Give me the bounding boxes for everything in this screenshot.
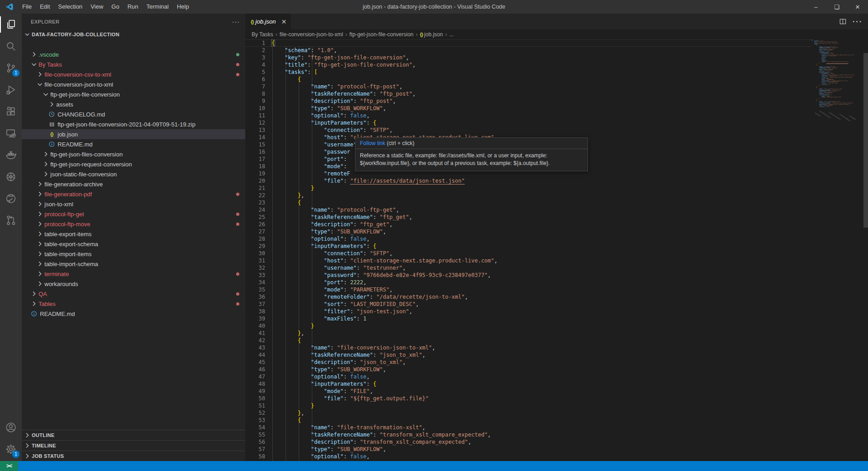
code-line[interactable]: 11 "optional": false, <box>245 112 811 119</box>
tree-item[interactable]: ftp-get-json-request-conversion <box>22 159 245 169</box>
menu-help[interactable]: Help <box>173 0 193 14</box>
activity-docker-icon[interactable] <box>0 144 22 166</box>
code-line[interactable]: 21 } <box>245 185 811 192</box>
tree-item[interactable]: {}job.json <box>22 129 245 139</box>
code-line[interactable]: 1{ <box>245 39 811 47</box>
breadcrumb-item[interactable]: job.json <box>424 31 443 38</box>
restore-button[interactable]: ❏ <box>826 0 847 14</box>
tree-item[interactable]: json-static-file-conversion <box>22 169 245 179</box>
tree-item[interactable]: ftp-get-json-file-conversion-2021-04-09T… <box>22 119 245 129</box>
panel-timeline[interactable]: TIMELINE <box>22 440 245 451</box>
tree-item[interactable]: README.md <box>22 309 245 319</box>
code-line[interactable]: 5 "tasks": [ <box>245 68 811 76</box>
follow-link[interactable]: Follow link <box>360 140 385 146</box>
tree-item[interactable]: file-conversion-json-to-xml <box>22 79 245 89</box>
tree-item[interactable]: json-to-xml <box>22 199 245 209</box>
code-line[interactable]: 58 "optional": false, <box>245 453 811 460</box>
tree-item[interactable]: protocol-ftp-move <box>22 219 245 229</box>
close-button[interactable]: ✕ <box>847 0 868 14</box>
breadcrumb-item[interactable]: ... <box>449 31 454 38</box>
code-line[interactable]: 2 "schema": "1.0", <box>245 47 811 54</box>
code-line[interactable]: 42 { <box>245 337 811 344</box>
tree-item[interactable]: .vscode <box>22 49 245 59</box>
code-line[interactable]: 13 "connection": "SFTP", <box>245 126 811 134</box>
tree-item[interactable]: table-export-items <box>22 229 245 239</box>
tree-item[interactable]: Tables <box>22 299 245 309</box>
activity-account-icon[interactable] <box>0 417 22 438</box>
code-line[interactable]: 29 "inputParameters": { <box>245 243 811 250</box>
code-line[interactable]: 33 "password": "9766debd-e82e-4f95-93c9-… <box>245 272 811 279</box>
menu-run[interactable]: Run <box>123 0 142 14</box>
tab-job-json[interactable]: {} job.json ✕ <box>245 14 291 29</box>
code-line[interactable]: 45 "description": "json_to_xml", <box>245 359 811 366</box>
tree-item[interactable]: README.md <box>22 139 245 149</box>
minimap[interactable]: { "schema": "1.0", "key": "ftp-get-json-… <box>811 39 863 461</box>
activity-search-icon[interactable] <box>0 35 22 57</box>
tree-item[interactable]: file-generation-archive <box>22 179 245 189</box>
activity-pull-requests-icon[interactable] <box>0 209 22 231</box>
editor-more-actions-icon[interactable]: ··· <box>853 18 863 26</box>
code-line[interactable]: 50 "file": "${ftp_get.output.file}" <box>245 395 811 402</box>
activity-settings-gear-icon[interactable]: 1 <box>0 438 22 460</box>
tree-item[interactable]: CHANGELOG.md <box>22 109 245 119</box>
menu-terminal[interactable]: Terminal <box>142 0 173 14</box>
menu-view[interactable]: View <box>87 0 107 14</box>
code-line[interactable]: 24 "name": "protocol-ftp-get", <box>245 206 811 214</box>
tree-item[interactable]: terminate <box>22 269 245 279</box>
menu-file[interactable]: File <box>18 0 36 14</box>
activity-explorer-icon[interactable] <box>0 14 22 35</box>
code-line[interactable]: 9 "description": "ftp_post", <box>245 97 811 105</box>
editor-scrollbar[interactable] <box>863 39 868 461</box>
code-line[interactable]: 3 "key": "ftp-get-json-file-conversion", <box>245 54 811 61</box>
tree-item[interactable]: table-import-schema <box>22 259 245 269</box>
code-line[interactable]: 48 "inputParameters": { <box>245 380 811 388</box>
tree-item[interactable]: file-generation-pdf <box>22 189 245 199</box>
code-line[interactable]: 47 "optional": false, <box>245 373 811 380</box>
code-line[interactable]: 41 }, <box>245 330 811 337</box>
activity-kubernetes-icon[interactable] <box>0 166 22 188</box>
code-line[interactable]: 35 "mode": "PARAMETERS", <box>245 286 811 293</box>
tree-item[interactable]: table-export-schema <box>22 239 245 249</box>
code-line[interactable]: 27 "type": "SUB_WORKFLOW", <box>245 228 811 235</box>
code-line[interactable]: 34 "port": 2222, <box>245 279 811 286</box>
tree-item[interactable]: QA <box>22 289 245 299</box>
code-line[interactable]: 49 "mode": "FILE", <box>245 388 811 395</box>
breadcrumb-item[interactable]: file-conversion-json-to-xml <box>280 31 343 38</box>
code-line[interactable]: 44 "taskReferenceName": "json_to_xml", <box>245 351 811 359</box>
code-line[interactable]: 37 "sort": "LAST_MODIFIED_DESC", <box>245 301 811 308</box>
activity-source-control-icon[interactable]: 1 <box>0 57 22 79</box>
workspace-section-header[interactable]: DATA-FACTORY-JOB-COLLECTION <box>22 29 245 39</box>
activity-remote-explorer-icon[interactable] <box>0 122 22 144</box>
tab-close-icon[interactable]: ✕ <box>281 18 286 25</box>
code-line[interactable]: 40 } <box>245 322 811 330</box>
tree-item[interactable]: ftp-get-json-file-conversion <box>22 89 245 99</box>
code-line[interactable]: 57 "type": "SUB_WORKFLOW", <box>245 446 811 453</box>
code-line[interactable]: 38 "filter": "json-test.json", <box>245 308 811 315</box>
code-line[interactable]: 23 { <box>245 199 811 206</box>
code-line[interactable]: 7 "name": "protocol-ftp-post", <box>245 83 811 90</box>
code-line[interactable]: 4 "title": "ftp-get-json-file-conversion… <box>245 61 811 68</box>
minimize-button[interactable]: – <box>805 0 826 14</box>
code-line[interactable]: 43 "name": "file-conversion-json-to-xml"… <box>245 344 811 351</box>
code-line[interactable]: 39 "maxFiles": 1 <box>245 315 811 322</box>
tree-item[interactable]: assets <box>22 99 245 109</box>
code-editor[interactable]: 1{2 "schema": "1.0",3 "key": "ftp-get-js… <box>245 39 811 461</box>
code-line[interactable]: 46 "type": "SUB_WORKFLOW", <box>245 366 811 373</box>
code-line[interactable]: 30 "connection": "SFTP", <box>245 250 811 257</box>
tree-item[interactable]: workarounds <box>22 279 245 289</box>
code-line[interactable]: 12 "inputParameters": { <box>245 119 811 126</box>
tree-item[interactable]: file-conversion-csv-to-xml <box>22 69 245 79</box>
panel-job-status[interactable]: JOB STATUS <box>22 451 245 461</box>
code-line[interactable]: 32 "username": "testrunner", <box>245 264 811 272</box>
code-line[interactable]: 54 "name": "file-transformation-xslt", <box>245 424 811 431</box>
activity-github-icon[interactable] <box>0 188 22 209</box>
tree-item[interactable]: table-import-items <box>22 249 245 259</box>
tree-item[interactable]: protocol-ftp-get <box>22 209 245 219</box>
code-line[interactable]: 28 "optional": false, <box>245 235 811 243</box>
activity-extensions-icon[interactable] <box>0 101 22 122</box>
code-line[interactable]: 56 "description": "transform_xslt_compar… <box>245 438 811 446</box>
menu-go[interactable]: Go <box>107 0 123 14</box>
breadcrumb-item[interactable]: By Tasks <box>252 31 273 38</box>
activity-run-debug-icon[interactable] <box>0 79 22 101</box>
code-line[interactable]: 20 "file": "file://assets/data/json-test… <box>245 177 811 185</box>
